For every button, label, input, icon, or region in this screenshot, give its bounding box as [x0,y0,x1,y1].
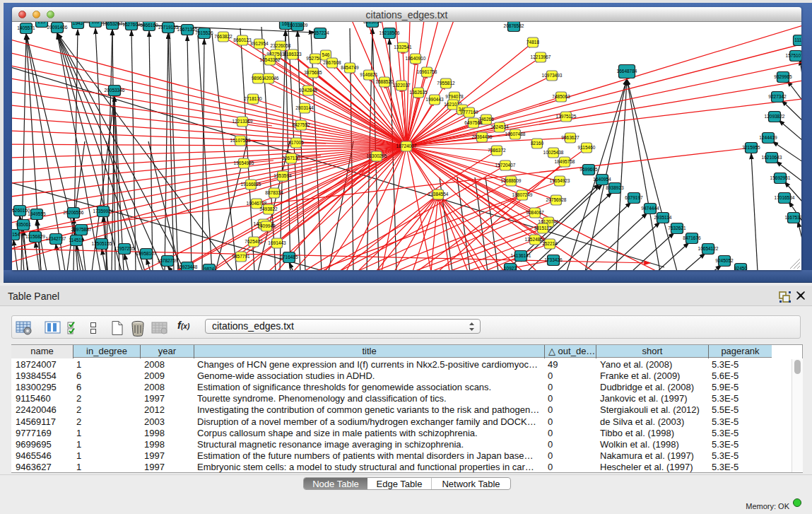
svg-text:1244419: 1244419 [759,135,777,140]
svg-text:17359924: 17359924 [93,209,114,214]
svg-text:2935114: 2935114 [654,215,672,220]
svg-text:12505155: 12505155 [92,241,112,246]
svg-text:9146821: 9146821 [360,72,378,77]
svg-text:9245052: 9245052 [715,258,734,263]
svg-text:10923: 10923 [504,266,517,270]
svg-text:10653267: 10653267 [102,22,123,26]
svg-text:10107553: 10107553 [230,138,251,143]
svg-text:1117: 1117 [794,37,801,42]
svg-text:15692951: 15692951 [770,175,791,180]
svg-text:10654122: 10654122 [698,246,719,251]
svg-text:17016534: 17016534 [775,195,795,200]
svg-text:6379197: 6379197 [625,195,643,200]
svg-text:15720407: 15720407 [495,163,516,168]
svg-text:7357224: 7357224 [311,30,329,35]
svg-text:9242848: 9242848 [299,88,317,93]
svg-text:1362635: 1362635 [409,90,428,95]
svg-text:917005: 917005 [288,140,304,145]
svg-text:20091406: 20091406 [47,25,68,30]
svg-text:935061: 935061 [16,222,31,227]
svg-text:20053346: 20053346 [105,88,125,93]
svg-text:1691443: 1691443 [268,240,286,245]
svg-text:15751074: 15751074 [786,53,801,58]
svg-text:2867608: 2867608 [323,60,341,65]
svg-text:82160: 82160 [531,141,543,146]
svg-text:74818: 74818 [526,40,539,45]
svg-text:1943: 1943 [73,22,83,25]
svg-text:9794078: 9794078 [445,94,464,99]
svg-text:15923448: 15923448 [177,264,198,269]
svg-text:16648784: 16648784 [617,69,637,74]
svg-text:20975887: 20975887 [71,227,92,232]
svg-text:18300295: 18300295 [367,153,387,158]
svg-text:2718170: 2718170 [244,96,262,101]
svg-text:7955812: 7955812 [437,81,455,86]
svg-text:10607488: 10607488 [505,132,526,136]
svg-text:10688609: 10688609 [501,178,522,183]
svg-text:20364436: 20364436 [472,134,493,139]
svg-text:20756928: 20756928 [546,197,567,202]
svg-text:7625402: 7625402 [245,239,263,244]
svg-text:7632621: 7632621 [668,226,686,230]
svg-text:8454749: 8454749 [341,65,359,70]
svg-text:8912954: 8912954 [250,41,269,46]
svg-text:105: 105 [92,22,100,24]
svg-text:17957255: 17957255 [114,246,135,251]
svg-text:8813054: 8813054 [363,22,382,24]
svg-text:16961758: 16961758 [417,69,437,74]
svg-text:14136141: 14136141 [511,253,531,258]
svg-text:1815112: 1815112 [534,226,552,230]
svg-text:7515526: 7515526 [195,30,213,35]
svg-text:1167533: 1167533 [785,215,801,220]
svg-text:10543362: 10543362 [260,57,281,62]
svg-text:16033809: 16033809 [288,23,308,28]
svg-text:18807249: 18807249 [512,192,533,197]
svg-text:1588520: 1588520 [375,79,394,84]
svg-text:12213967: 12213967 [531,54,551,59]
svg-text:3215955: 3215955 [742,145,760,150]
svg-text:8938923: 8938923 [606,185,624,190]
svg-text:1949555: 1949555 [28,211,46,216]
svg-text:8878334: 8878334 [265,190,283,195]
svg-text:18640910: 18640910 [406,56,426,61]
svg-text:19958107: 19958107 [136,251,157,256]
svg-text:3267130: 3267130 [282,156,300,160]
svg-text:7986372: 7986372 [488,148,506,153]
svg-text:1409948: 1409948 [257,223,276,228]
svg-text:9699695: 9699695 [579,167,598,172]
svg-text:23226058: 23226058 [271,43,291,48]
svg-text:8660123: 8660123 [233,37,252,42]
svg-text:219: 219 [38,22,46,24]
svg-text:9329965: 9329965 [774,74,792,79]
svg-text:19654923: 19654923 [550,178,570,183]
svg-text:9227342: 9227342 [768,94,787,99]
svg-text:20206556: 20206556 [64,210,84,215]
svg-text:6466160: 6466160 [140,23,158,28]
svg-text:8186323: 8186323 [283,52,302,57]
svg-text:3716485: 3716485 [280,255,298,259]
svg-text:12213369: 12213369 [233,119,253,124]
svg-text:3624534: 3624534 [490,124,509,129]
svg-text:7485063: 7485063 [552,94,570,99]
svg-text:1353594: 1353594 [273,173,292,178]
svg-text:1332541: 1332541 [394,45,412,49]
svg-text:1640954: 1640954 [593,177,611,182]
svg-text:10973493: 10973493 [542,73,563,78]
svg-text:98961: 98961 [252,76,264,81]
svg-text:9084067: 9084067 [526,210,544,215]
svg-text:19166825: 19166825 [241,182,261,187]
svg-text:8427552: 8427552 [292,122,310,127]
svg-text:18724007: 18724007 [396,144,417,148]
svg-text:1322037: 1322037 [392,83,411,88]
svg-text:1405571: 1405571 [17,25,35,30]
svg-text:8471676: 8471676 [683,235,701,240]
svg-text:1527602: 1527602 [122,22,141,27]
svg-text:19654985: 19654985 [234,160,254,165]
svg-text:18495758: 18495758 [555,159,575,164]
svg-text:92450: 92450 [734,266,747,270]
svg-text:11156829: 11156829 [25,234,45,239]
svg-text:7663822: 7663822 [214,34,233,39]
svg-text:3493822: 3493822 [259,206,278,211]
svg-text:252214: 252214 [542,241,558,246]
svg-text:13975125: 13975125 [556,114,577,119]
